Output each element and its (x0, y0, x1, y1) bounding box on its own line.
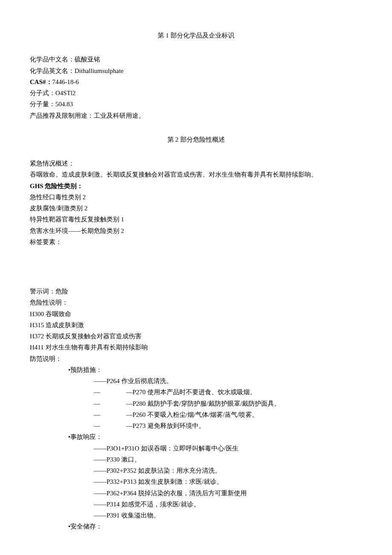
prevention-p260: ——P260 不要吸入粉尘/烟/气体/烟雾/蒸气/喷雾。 (30, 409, 362, 420)
ghs-item-0: 急性经口毒性类别 2 (30, 192, 362, 203)
signal-label: 警示词： (30, 288, 55, 295)
prevention-p264: ——P264 作业后彻底清洗。 (30, 375, 362, 386)
dash-icon: — (94, 409, 107, 420)
response-5: ——P314 如感觉不适，须求医/就诊。 (30, 499, 362, 510)
use-label: 产品推荐及限制用途： (30, 112, 94, 119)
prevention-p280: ——P280 戴防护手套/穿防护服/戴防护眼罩/戴防护面具。 (30, 398, 362, 409)
signal-row: 警示词：危险 (30, 286, 362, 297)
emergency-label: 紧急情况概述： (30, 158, 362, 169)
ghs-item-1: 皮肤腐蚀/刺激类别 2 (30, 203, 362, 214)
chem-cn-name: 化学品中文名：硫酸亚铭 (30, 54, 362, 65)
hazard-0: H300 吞咽致命 (30, 308, 362, 320)
emergency-text: 吞咽致命。造成皮肤刺激。长期或反复接触会对器官造成伤害。对水生生物有毒并具有长期… (30, 169, 362, 180)
mw-label: 分子量： (30, 101, 55, 108)
response-1: ——P330 漱口。 (30, 454, 362, 465)
precaution-label: 防范说明： (30, 353, 362, 364)
formula-row: 分子式：O4STl2 (30, 87, 362, 99)
section2-title: 第 2 部分危险性概述 (30, 134, 362, 145)
ghs-item-2: 特异性靶器官毒性反复接触类别 1 (30, 214, 362, 225)
hazard-1: H315 造成皮肤刺激 (30, 320, 362, 331)
ghs-item-3: 危害水生环境——长期危险类别 2 (30, 225, 362, 236)
label-elements: 标签要素： (30, 236, 362, 247)
use-row: 产品推荐及限制用途：工业及科研用途。 (30, 110, 362, 121)
use-value: 工业及科研用途。 (94, 112, 145, 119)
cn-name-label: 化学品中文名： (30, 56, 75, 63)
signal-value: 危险 (55, 288, 68, 295)
dash-icon: — (94, 398, 107, 409)
hazard-2: H372 长期或反复接触会对器官造成伤害 (30, 331, 362, 342)
response-label: •事故响应： (30, 431, 362, 442)
formula-label: 分子式： (30, 90, 55, 96)
prevention-label: •预防措施： (30, 364, 362, 375)
hazard-3: H411 对水生生物有毒并具有长期持续影响 (30, 342, 362, 353)
storage-label: •安全储存： (30, 521, 362, 532)
response-6: ——P391 收集溢出物。 (30, 510, 362, 521)
prevention-p260-text: —P260 不要吸入粉尘/烟/气体/烟雾/蒸气/喷雾。 (126, 409, 258, 420)
prevention-p270: ——P270 使用本产品时不要进食、饮水或吸烟。 (30, 386, 362, 398)
cn-name-value: 硫酸亚铭 (75, 56, 100, 63)
dash-icon: — (94, 420, 107, 431)
response-0: ——P3O1+P31O 如误吞咽：立即呼叫解毒中心/医生 (30, 443, 362, 454)
prevention-p270-text: —P270 使用本产品时不要进食、饮水或吸烟。 (126, 386, 256, 398)
en-name-label: 化学品英文名： (30, 67, 75, 74)
cas-row: CAS#：7446-18-6 (30, 76, 362, 87)
prevention-p273: ——P273 避免释放到环境中。 (30, 420, 362, 431)
response-4: ——P362+P364 脱掉沾染的衣服，清洗后方可重新使用 (30, 488, 362, 499)
formula-value: O4STl2 (55, 90, 76, 96)
chem-en-name: 化学品英文名：Dithalliumsulphate (30, 65, 362, 76)
response-2: ——P302+P352 如皮肤沾染：用水充分清洗。 (30, 465, 362, 476)
mw-value: 504.83 (55, 101, 73, 108)
response-3: ——P332+P313 如发生皮肤刺激：求医/就诊。 (30, 476, 362, 487)
cas-value: 7446-18-6 (52, 78, 79, 85)
pictogram-placeholder (30, 247, 362, 286)
prevention-p273-text: —P273 避免释放到环境中。 (126, 420, 205, 431)
dash-icon: — (94, 386, 107, 398)
prevention-p280-text: —P280 戴防护手套/穿防护服/戴防护眼罩/戴防护面具。 (126, 398, 280, 409)
mw-row: 分子量：504.83 (30, 99, 362, 110)
cas-label: CAS#： (30, 78, 52, 85)
en-name-value: Dithalliumsulphate (75, 67, 124, 74)
hazard-label: 危险性说明： (30, 297, 362, 308)
ghs-label: GHS 危险性类别： (30, 180, 362, 192)
section1-title: 第 1 部分化学品及企业标识 (30, 30, 362, 41)
